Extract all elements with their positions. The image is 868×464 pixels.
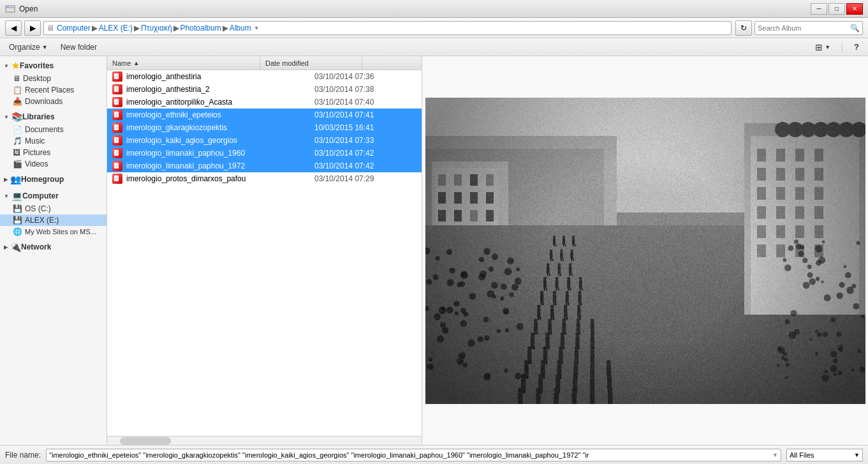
file-name: imerologio_limanaki_paphou_1972 (126, 161, 314, 170)
close-button[interactable]: ✕ (846, 3, 863, 15)
sidebar-item-pictures[interactable]: 🖼 Pictures (0, 147, 107, 158)
search-icon: 🔍 (850, 24, 860, 33)
col-header-date[interactable]: Date modified (260, 56, 362, 70)
favorites-icon: ★ (11, 61, 20, 71)
file-date: 03/10/2014 07:36 (314, 72, 416, 81)
search-input[interactable] (758, 24, 850, 32)
breadcrumb-ptuxiaki[interactable]: Πτυχιακή (141, 24, 172, 33)
organize-button[interactable]: Organize ▼ (5, 41, 52, 53)
preview-panel (422, 56, 868, 445)
sidebar-item-documents[interactable]: 📄 Documents (0, 124, 107, 135)
sidebar-desktop-label: Desktop (23, 74, 51, 83)
file-date: 03/10/2014 07:40 (314, 98, 416, 107)
breadcrumb-alex[interactable]: ALEX (E:) (99, 24, 133, 33)
sidebar-downloads-label: Downloads (25, 97, 63, 106)
homegroup-toggle-icon: ▶ (4, 177, 8, 183)
favorites-label: Favorites (20, 61, 54, 70)
file-icon (112, 161, 122, 171)
new-folder-button[interactable]: New folder (57, 41, 101, 53)
sidebar-osc-label: OS (C:) (25, 204, 51, 213)
sidebar-item-downloads[interactable]: 📥 Downloads (0, 96, 107, 107)
file-date: 03/10/2014 07:33 (314, 136, 416, 145)
file-icon (112, 71, 122, 82)
file-item[interactable]: imerologio_kaiki_agios_georgios 03/10/20… (107, 134, 422, 147)
hscroll-thumb (120, 437, 171, 445)
filetype-select[interactable]: All Files ▼ (786, 449, 863, 461)
sidebar-item-music[interactable]: 🎵 Music (0, 135, 107, 147)
libraries-header[interactable]: ▼ 📚 Libraries (0, 110, 107, 124)
svg-rect-23 (114, 137, 119, 143)
secondary-toolbar: Organize ▼ New folder ⊞ ▼ ? (0, 38, 868, 56)
svg-rect-19 (114, 124, 119, 130)
file-name: imerologio_anthestiria (126, 72, 314, 81)
favorites-header[interactable]: ▼ ★ Favorites (0, 59, 107, 73)
favorites-toggle-icon: ▼ (4, 63, 9, 69)
svg-rect-15 (114, 112, 119, 117)
filename-text: "imerologio_ethniki_epeteios" "imerologi… (49, 451, 589, 459)
file-item[interactable]: imerologio_anthestiria_2 03/10/2014 07:3… (107, 83, 422, 96)
title-bar: Open ─ □ ✕ (0, 0, 868, 18)
sidebar-item-osc[interactable]: 💾 OS (C:) (0, 203, 107, 214)
file-item[interactable]: imerologio_limanaki_paphou_1972 03/10/20… (107, 160, 422, 172)
file-list[interactable]: imerologio_anthestiria 03/10/2014 07:36 … (107, 70, 422, 436)
computer-header[interactable]: ▼ 💻 Computer (0, 189, 107, 203)
libraries-icon: 📚 (11, 112, 22, 122)
horizontal-scrollbar[interactable] (107, 436, 422, 445)
file-list-header: Name ▲ Date modified (107, 56, 422, 70)
sidebar-item-videos[interactable]: 🎬 Videos (0, 158, 107, 170)
file-icon (112, 174, 122, 184)
views-button[interactable]: ⊞ ▼ (811, 41, 834, 54)
forward-button[interactable]: ▶ (24, 20, 41, 36)
file-icon (112, 97, 122, 107)
col-header-name[interactable]: Name ▲ (107, 56, 260, 70)
sidebar-item-recent[interactable]: 📋 Recent Places (0, 84, 107, 96)
file-icon (112, 123, 122, 133)
homegroup-header[interactable]: ▶ 👥 Homegroup (0, 172, 107, 186)
minimize-button[interactable]: ─ (811, 3, 827, 15)
breadcrumb-photoalbum[interactable]: Photoalbum (180, 24, 221, 33)
views-icon: ⊞ (815, 42, 823, 52)
file-item[interactable]: imerologio_protos_dimarxos_pafou 03/10/2… (107, 172, 422, 185)
sidebar-alexe-label: ALEX (E:) (25, 216, 59, 225)
network-icon: 🔌 (10, 242, 21, 252)
toolbar-separator (842, 42, 842, 52)
file-item[interactable]: imerologio_limanaki_paphou_1960 03/10/20… (107, 147, 422, 160)
drive-c-icon: 💾 (13, 204, 22, 213)
file-name: imerologio_ethniki_epeteios (126, 110, 314, 119)
window-controls: ─ □ ✕ (811, 3, 863, 15)
file-name: imerologio_antitorpiliko_Acasta (126, 98, 314, 107)
file-item[interactable]: imerologio_anthestiria 03/10/2014 07:36 (107, 70, 422, 83)
computer-icon: 💻 (11, 191, 22, 201)
maximize-button[interactable]: □ (828, 3, 845, 15)
window-title: Open (19, 4, 811, 13)
status-bar: File name: "imerologio_ethniki_epeteios"… (0, 445, 868, 464)
file-item[interactable]: imerologio_antitorpiliko_Acasta 03/10/20… (107, 96, 422, 109)
file-item[interactable]: imerologio_ethniki_epeteios 03/10/2014 0… (107, 109, 422, 121)
videos-icon: 🎬 (13, 160, 22, 168)
file-item[interactable]: imerologio_gkaragkiozopektis 10/03/2015 … (107, 121, 422, 134)
back-button[interactable]: ◀ (5, 20, 22, 36)
help-button[interactable]: ? (850, 41, 863, 53)
svg-rect-3 (114, 73, 119, 79)
breadcrumb-album[interactable]: Album (230, 24, 251, 33)
file-name: imerologio_gkaragkiozopektis (126, 123, 314, 132)
breadcrumb-computer[interactable]: Computer (57, 24, 91, 33)
svg-rect-2 (7, 6, 9, 8)
libraries-label: Libraries (22, 112, 55, 121)
network-header[interactable]: ▶ 🔌 Network (0, 240, 107, 254)
sidebar-recent-label: Recent Places (25, 86, 74, 94)
sidebar-item-webstites[interactable]: 🌐 My Web Sites on MS... (0, 226, 107, 237)
pictures-icon: 🖼 (13, 148, 20, 157)
network-label: Network (21, 243, 51, 251)
file-icon (112, 148, 122, 158)
refresh-button[interactable]: ↻ (735, 20, 752, 36)
sidebar-documents-label: Documents (25, 125, 64, 134)
computer-toggle-icon: ▼ (4, 193, 9, 199)
breadcrumb-dropdown-icon[interactable]: ▼ (254, 25, 260, 31)
file-icon (112, 135, 122, 146)
sidebar-item-alexe[interactable]: 💾 ALEX (E:) (0, 214, 107, 226)
filename-value[interactable]: "imerologio_ethniki_epeteios" "imerologi… (46, 449, 781, 461)
downloads-icon: 📥 (13, 97, 22, 106)
filename-dropdown-icon[interactable]: ▼ (772, 452, 778, 458)
sidebar-item-desktop[interactable]: 🖥 Desktop (0, 73, 107, 84)
